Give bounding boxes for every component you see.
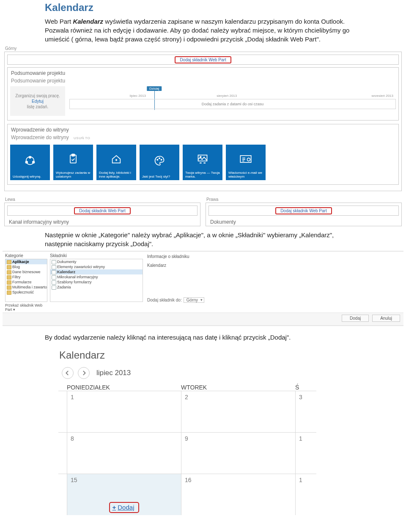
add-webpart-row-top: Dodaj składnik Web Part: [7, 55, 399, 65]
picker-header-parts: Składniki: [50, 252, 143, 259]
project-side-link[interactable]: Edytuj: [32, 99, 44, 104]
calendar-cell-date: 15: [71, 477, 77, 483]
share-icon: [13, 147, 47, 175]
tile-share-site[interactable]: Udostępnij witrynę.: [10, 145, 50, 180]
picker-cancel-button[interactable]: Anuluj: [372, 315, 400, 322]
calendar-cell-selected[interactable]: 15 + Dodaj: [67, 474, 181, 515]
calendar-day-headers: PONIEDZIAŁEK WTOREK Ś: [54, 384, 316, 391]
part-item[interactable]: Zadania: [50, 285, 143, 290]
calendar-add-event-label: Dodaj: [118, 504, 134, 511]
plus-icon: +: [112, 504, 116, 511]
chevron-left-icon: [65, 370, 70, 376]
calendar-prev-button[interactable]: [62, 367, 74, 379]
part-item[interactable]: Dokumenty: [50, 259, 143, 264]
calendar-cell[interactable]: 3: [295, 391, 316, 432]
timeline-month-1: lipiec 2013: [130, 94, 146, 98]
zone-label-left: Lewa: [5, 197, 200, 202]
clipboard-check-icon: [56, 147, 91, 171]
timeline-month-labels: lipiec 2013 sierpień 2013 wrzesień 2013: [69, 94, 396, 98]
day-header: WTOREK: [181, 384, 295, 391]
category-item[interactable]: Blog: [5, 264, 47, 269]
webpart-title: Kanał informacyjny witryny: [7, 218, 198, 226]
webpart-subtitle-text: Wprowadzenie do witryny: [11, 134, 69, 140]
category-item[interactable]: Dane biznesowe: [5, 269, 47, 274]
paragraph-2: Następnie w oknie „Kategorie" należy wyb…: [45, 230, 361, 248]
svg-point-6: [157, 159, 158, 160]
calendar-cell[interactable]: 1: [295, 432, 316, 474]
intro-paragraph: Web Part Kalendarz wyświetla wydarzenia …: [45, 17, 361, 44]
project-side-line2: listę zadań.: [27, 104, 49, 109]
timeline-month-3: wrzesień 2013: [371, 94, 393, 98]
picker-info-title: Kalendarz: [147, 263, 399, 268]
category-item[interactable]: Formularze: [5, 280, 47, 285]
upload-webpart-link[interactable]: Przekaż składnik Web Part ▾: [5, 302, 47, 312]
svg-rect-11: [240, 156, 251, 162]
add-to-zone-select[interactable]: Górny: [184, 297, 204, 303]
add-webpart-button[interactable]: Dodaj składnik Web Part: [175, 56, 231, 63]
part-item[interactable]: Kalendarz: [50, 269, 143, 274]
category-item[interactable]: Multimedia i zawartość: [5, 285, 47, 290]
screenshot-webpart-picker: Kategorie Aplikacje Blog Dane biznesowe …: [3, 251, 403, 326]
add-webpart-row-left: Dodaj składnik Web Part: [7, 206, 198, 216]
intro-bold: Kalendarz: [73, 18, 103, 25]
add-webpart-button[interactable]: Dodaj składnik Web Part: [74, 207, 130, 214]
remove-this-link[interactable]: USUŃ TO: [74, 136, 90, 140]
timeline-month-2: sierpień 2013: [217, 94, 237, 98]
calendar-cell[interactable]: 16: [181, 474, 295, 515]
project-side-box: Zorganizuj swoją pracę. Edytuj listę zad…: [10, 86, 65, 116]
calendar-gutter: [58, 474, 67, 515]
promo-tiles: Udostępnij witrynę. Wykonujesz zadania w…: [10, 145, 396, 180]
calendar-cell[interactable]: 1: [67, 391, 181, 432]
tile-brand[interactable]: Twoja witryna — Twoja marka.: [183, 145, 222, 180]
mail-list-icon: [228, 147, 263, 171]
tile-add-apps[interactable]: Dodaj listy, biblioteki i inne aplikacje…: [96, 145, 136, 180]
webpart-title: Wprowadzenie do witryny: [10, 126, 396, 134]
zone-label-top: Górny: [5, 46, 402, 51]
calendar-cell[interactable]: 9: [181, 432, 295, 474]
part-item[interactable]: Szablony formularzy: [50, 280, 143, 285]
calendar-cell[interactable]: 2: [181, 391, 295, 432]
timeline-bar[interactable]: Dodaj zadania z datami do osi czasu: [69, 99, 396, 109]
category-item[interactable]: Filtry: [5, 274, 47, 280]
tile-caption: Udostępnij witrynę.: [13, 175, 47, 178]
calendar-title: Kalendarz: [59, 349, 316, 361]
part-item[interactable]: Elementy zawartości witryny: [50, 264, 143, 269]
part-item[interactable]: Mikrokanał informacyjny: [50, 274, 143, 280]
webpart-project-summary: Podsumowanie projektu Podsumowanie proje…: [7, 67, 399, 121]
category-item[interactable]: Społeczność: [5, 290, 47, 295]
zone-left: Dodaj składnik Web Part Kanał informacyj…: [4, 203, 200, 226]
svg-point-10: [200, 156, 201, 158]
tile-style[interactable]: Jaki jest Twój styl?: [140, 145, 179, 180]
picker-header-categories: Kategorie: [5, 252, 47, 259]
calendar-next-button[interactable]: [78, 367, 90, 379]
tile-caption: Jaki jest Twój styl?: [142, 175, 177, 178]
calendar-grid: 1 2 3 8 9 1 15 + Dodaj 16 1: [58, 391, 316, 515]
webpart-subtitle: Wprowadzenie do witryny USUŃ TO: [10, 134, 396, 143]
zone-label-right: Prawa: [206, 197, 402, 202]
tile-caption: Wykonujesz zadania w ustalonym: [56, 171, 91, 178]
tile-email[interactable]: Wiadomości e-mail we właściwym: [226, 145, 266, 180]
add-webpart-button[interactable]: Dodaj składnik Web Part: [275, 207, 332, 214]
calendar-cell[interactable]: 8: [67, 432, 181, 474]
screenshot-sharepoint-zones: Górny Dodaj składnik Web Part Podsumowan…: [4, 46, 402, 226]
parts-listbox[interactable]: Dokumenty Elementy zawartości witryny Ka…: [50, 259, 143, 302]
project-side-line1: Zorganizuj swoją pracę.: [15, 93, 60, 98]
picker-info-column: Informacje o składniku Kalendarz Dodaj s…: [145, 252, 401, 312]
svg-point-3: [33, 162, 35, 164]
webpart-title: Podsumowanie projektu: [10, 69, 396, 78]
calendar-gutter: [58, 391, 67, 432]
webpart-title: Dokumenty: [208, 218, 399, 226]
add-webpart-row-right: Dodaj składnik Web Part: [208, 206, 399, 216]
svg-point-12: [247, 158, 250, 161]
calendar-add-event-button[interactable]: + Dodaj: [109, 502, 140, 513]
picker-add-button[interactable]: Dodaj: [342, 315, 369, 322]
picker-header-info: Informacje o składniku: [147, 253, 399, 260]
svg-point-7: [159, 158, 160, 159]
tile-tasks[interactable]: Wykonujesz zadania w ustalonym: [53, 145, 93, 180]
webpart-subtitle: Podsumowanie projektu: [10, 78, 396, 86]
category-item[interactable]: Aplikacje: [5, 259, 47, 264]
screenshot-calendar: Kalendarz lipiec 2013 PONIEDZIAŁEK WTORE…: [54, 345, 316, 515]
calendar-cell[interactable]: 1: [295, 474, 316, 515]
categories-listbox[interactable]: Aplikacje Blog Dane biznesowe Filtry For…: [5, 259, 47, 302]
house-plus-icon: [99, 147, 134, 171]
